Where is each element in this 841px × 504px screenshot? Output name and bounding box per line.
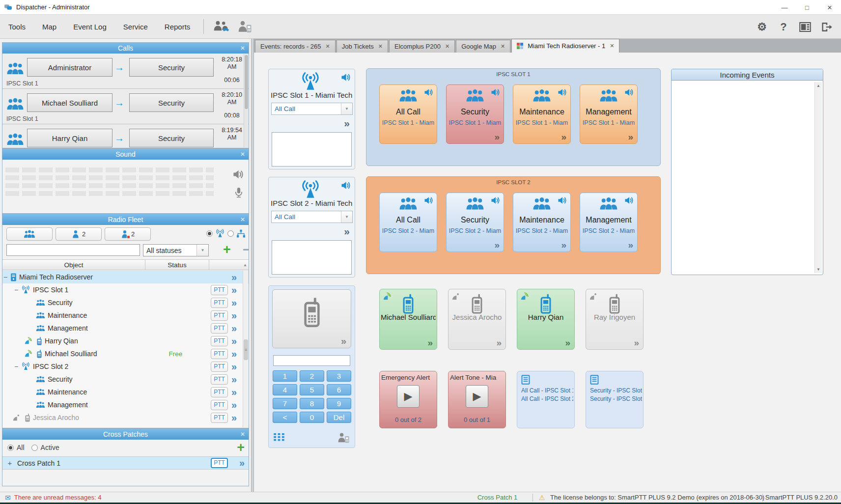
- radio-view-by-channel[interactable]: [206, 230, 213, 237]
- tab-miami-tech-radioserver[interactable]: Miami Tech Radioserver - 1 ✕: [511, 39, 619, 53]
- dock-splitter[interactable]: [251, 39, 254, 492]
- actions-chevron-icon[interactable]: »: [231, 310, 237, 321]
- tab-google-map[interactable]: Google Map ✕: [456, 40, 510, 53]
- key-9[interactable]: 9: [327, 398, 351, 409]
- contact-tile-ray-irigoyen[interactable]: Ray Irigoyen »: [586, 289, 644, 350]
- actions-chevron-icon[interactable]: »: [231, 387, 237, 397]
- radio-all[interactable]: [7, 445, 14, 451]
- tree-row-talkgroup[interactable]: Security PTT »: [2, 296, 249, 309]
- actions-chevron-icon[interactable]: »: [628, 132, 633, 142]
- call-row[interactable]: Harry Qian → Security 8:19:54 AM: [2, 124, 249, 148]
- tab-close-icon[interactable]: ✕: [610, 43, 614, 49]
- collapse-icon[interactable]: −: [2, 273, 8, 281]
- actions-chevron-icon[interactable]: »: [231, 349, 237, 359]
- actions-chevron-icon[interactable]: »: [231, 362, 237, 372]
- play-button[interactable]: ▶: [397, 385, 420, 408]
- tree-row-radio-offline[interactable]: Jessica Arocho PTT »: [2, 411, 249, 424]
- column-object[interactable]: Object: [2, 260, 145, 270]
- unread-messages-status[interactable]: ✉ There are unread messages: 4: [5, 492, 102, 503]
- call-from-box[interactable]: Harry Qian: [27, 129, 112, 147]
- fleet-scrollbar[interactable]: ≡: [243, 271, 248, 427]
- ui-layout-icon[interactable]: [798, 20, 813, 34]
- contact-tile-jessica-arocho[interactable]: Jessica Arocho »: [448, 289, 506, 350]
- radio-view-by-category[interactable]: [227, 230, 234, 237]
- speaker-icon[interactable]: [341, 73, 351, 82]
- tab-elcomplus-p200[interactable]: Elcomplus P200 ✕: [389, 40, 455, 53]
- talkgroup-tile-maintenance[interactable]: Maintenance IPSC Slot 2 - Miam »: [513, 193, 571, 252]
- cross-patch-row[interactable]: + Cross Patch 1 PTT »: [2, 456, 249, 470]
- speaker-icon[interactable]: [624, 88, 634, 96]
- key-3[interactable]: 3: [327, 370, 351, 382]
- collapse-icon[interactable]: −: [13, 286, 19, 294]
- add-object-button[interactable]: +: [223, 242, 231, 257]
- key-0[interactable]: 0: [300, 412, 324, 423]
- channel-box-slot1[interactable]: IPSC Slot 1 - Miami Tech All Call ▼ »: [268, 69, 355, 169]
- scroll-up-icon[interactable]: ▲: [815, 84, 822, 88]
- tab-events[interactable]: Events: records - 265 ✕: [255, 40, 336, 53]
- talkgroup-tile-all-call[interactable]: All Call IPSC Slot 2 - Miam: [379, 193, 437, 252]
- actions-chevron-icon[interactable]: »: [231, 272, 237, 282]
- status-filter-select[interactable]: All statuses ▼: [143, 244, 209, 256]
- tree-row-talkgroup[interactable]: Security PTT »: [2, 373, 249, 386]
- key-5[interactable]: 5: [300, 384, 324, 395]
- speaker-icon[interactable]: [424, 196, 433, 204]
- actions-chevron-icon[interactable]: »: [231, 374, 237, 385]
- tree-row-radio[interactable]: Harry Qian PTT »: [2, 335, 249, 347]
- speaker-icon[interactable]: [624, 196, 634, 204]
- tab-close-icon[interactable]: ✕: [445, 43, 449, 50]
- ptt-button[interactable]: PTT: [211, 298, 228, 308]
- scroll-down-icon[interactable]: ▼: [815, 267, 822, 272]
- talkgroup-tile-security[interactable]: Security IPSC Slot 2 - Miam »: [446, 193, 504, 252]
- sign-out-icon[interactable]: [819, 20, 834, 34]
- ptt-button[interactable]: PTT: [211, 323, 228, 334]
- scroll-up-icon[interactable]: ▲: [243, 260, 247, 270]
- ptt-button[interactable]: PTT: [211, 374, 228, 385]
- actions-chevron-icon[interactable]: »: [231, 413, 237, 423]
- talkgroup-tile-management[interactable]: Management IPSC Slot 1 - Miam »: [580, 84, 638, 144]
- radio-active[interactable]: [31, 445, 38, 451]
- ptt-button[interactable]: PTT: [211, 400, 228, 410]
- actions-chevron-icon[interactable]: »: [565, 337, 570, 348]
- remove-object-button[interactable]: −: [243, 242, 249, 257]
- actions-chevron-icon[interactable]: »: [628, 240, 633, 251]
- call-target-select[interactable]: All Call ▼: [271, 103, 353, 115]
- speaker-icon[interactable]: [424, 88, 433, 96]
- keypad-grid-icon[interactable]: [274, 433, 284, 443]
- actions-chevron-icon[interactable]: »: [427, 337, 433, 348]
- call-to-box[interactable]: Security: [129, 93, 214, 112]
- actions-chevron-icon[interactable]: »: [239, 457, 245, 469]
- contact-tile-michael-soulliard[interactable]: Michael Soulliard »: [379, 289, 437, 350]
- minimize-button[interactable]: —: [773, 0, 796, 15]
- filter-all-objects-button[interactable]: [6, 227, 53, 241]
- tree-row-talkgroup[interactable]: Maintenance PTT »: [2, 309, 249, 322]
- ptt-button[interactable]: PTT: [211, 362, 228, 372]
- actions-chevron-icon[interactable]: »: [231, 323, 237, 334]
- call-list-tile-security[interactable]: Security - IPSC Slot 1 Security - IPSC S…: [586, 371, 644, 428]
- key-7[interactable]: 7: [273, 398, 297, 409]
- actions-chevron-icon[interactable]: »: [494, 132, 500, 142]
- dial-number-input[interactable]: [273, 355, 350, 366]
- key-back[interactable]: <: [273, 412, 297, 423]
- close-icon[interactable]: ✕: [240, 149, 245, 160]
- incoming-events-scrollbar[interactable]: ▲ ▼: [814, 82, 822, 273]
- actions-chevron-icon[interactable]: »: [341, 336, 346, 347]
- menu-event-log[interactable]: Event Log: [65, 19, 115, 35]
- help-icon[interactable]: ?: [776, 20, 791, 34]
- call-to-box[interactable]: Security: [129, 58, 214, 77]
- call-from-box[interactable]: Michael Soulliard: [27, 93, 112, 112]
- actions-chevron-icon[interactable]: »: [344, 117, 350, 129]
- speaker-icon[interactable]: [558, 88, 567, 96]
- key-8[interactable]: 8: [300, 398, 324, 409]
- close-icon[interactable]: ✕: [240, 214, 245, 225]
- chevron-down-icon[interactable]: ▼: [341, 211, 352, 223]
- maximize-button[interactable]: □: [796, 0, 818, 15]
- menu-tools[interactable]: Tools: [0, 19, 34, 35]
- filter-online-radios-button[interactable]: 2: [56, 227, 102, 241]
- channel-box-slot2[interactable]: IPSC Slot 2 - Miami Tech All Call ▼ »: [268, 177, 355, 278]
- chevron-down-icon[interactable]: ▼: [196, 245, 208, 256]
- add-cross-patch-button[interactable]: +: [237, 440, 245, 455]
- radio-subscribers-icon[interactable]: [237, 20, 252, 33]
- ptt-button[interactable]: PTT: [211, 413, 228, 423]
- speaker-icon[interactable]: [341, 181, 351, 190]
- tab-job-tickets[interactable]: Job Tickets ✕: [336, 40, 388, 53]
